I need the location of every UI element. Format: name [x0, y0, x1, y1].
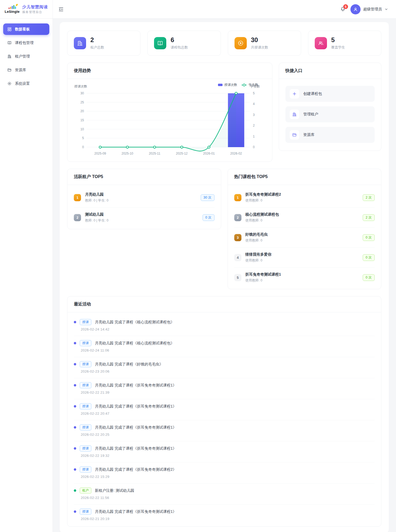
legend-label: 学生数 [249, 83, 258, 87]
activity-text: 月亮幼儿园 完成了课程《折耳兔奇奇测试课程1》 [95, 404, 176, 409]
sidebar-collapse-icon[interactable] [58, 6, 64, 12]
active-tenants-card: 活跃租户 TOP5 1 月亮幼儿园 教师: 0 | 学生: 0 30 次 2 测… [67, 169, 221, 229]
tenant-row: 1 月亮幼儿园 教师: 0 | 学生: 0 30 次 [74, 188, 215, 208]
activity-text: 月亮幼儿园 完成了课程《折耳兔奇奇测试课程1》 [95, 383, 176, 388]
stat-value: 2 [90, 37, 104, 43]
dashboard-icon [7, 27, 12, 31]
count-badge: 2 次 [363, 194, 375, 201]
stat-value: 30 [251, 37, 268, 43]
svg-text:2025-11: 2025-11 [149, 152, 160, 155]
brand[interactable]: LeSingle 少儿智慧阅读 服务管理后台 [0, 0, 53, 18]
activity-row: 授课 月亮幼儿园 完成了课程《折耳兔奇奇测试课程2》 2026-02-22 15… [74, 462, 375, 483]
activity-text: 月亮幼儿园 完成了课程《核心流程测试课程包》 [95, 320, 174, 325]
activity-row: 授课 月亮幼儿园 完成了课程《核心流程测试课程包》 2026-02-24 14:… [74, 315, 375, 336]
notification-badge: 5 [343, 4, 348, 9]
activity-dot [74, 426, 76, 429]
section-title: 热门课程包 TOP5 [228, 169, 381, 185]
activity-dot [74, 447, 76, 450]
count-badge: 0 次 [363, 234, 375, 241]
activity-text: 月亮幼儿园 完成了课程《折耳兔奇奇测试课程1》 [95, 446, 176, 451]
tenant-name: 月亮幼儿园 [85, 192, 108, 197]
course-row: 4 猜猜我有多爱你 使用教师: 0 0 次 [234, 248, 375, 268]
rank-badge: 5 [234, 274, 241, 281]
activity-row: 授课 月亮幼儿园 完成了课程《折耳兔奇奇测试课程1》 2026-02-22 21… [74, 378, 375, 399]
app-root: LeSingle 少儿智慧阅读 服务管理后台 5 [0, 0, 396, 532]
plus-icon [290, 89, 299, 99]
svg-text:0: 0 [253, 145, 255, 149]
gear-icon [7, 81, 12, 86]
activity-tag: 授课 [80, 403, 91, 409]
course-sub: 使用教师: 0 [245, 198, 281, 203]
sidebar-item-label: 课程包管理 [15, 41, 34, 45]
course-row: 2 核心流程测试课程包 使用教师: 0 2 次 [234, 208, 375, 228]
quick-entry-create-course[interactable]: 创建课程包 [285, 86, 375, 102]
svg-text:2026-01: 2026-01 [203, 152, 215, 155]
activity-dot [74, 468, 76, 471]
svg-text:5: 5 [253, 91, 255, 95]
hot-courses-card: 热门课程包 TOP5 1 折耳兔奇奇测试课程2 使用教师: 0 2 次 2 核心… [228, 169, 382, 289]
svg-text:0: 0 [82, 145, 84, 149]
usage-trend-card: 使用趋势 授课次数 学生数 0510152025300123452025-092… [67, 63, 272, 162]
course-row: 5 折耳兔奇奇测试课程1 使用教师: 0 0 次 [234, 268, 375, 287]
stat-card-students: 5 覆盖学生 [308, 31, 381, 56]
svg-text:2026-02: 2026-02 [230, 152, 242, 155]
course-name: 好饿的毛毛虫 [245, 232, 268, 237]
course-sub: 使用教师: 0 [245, 258, 272, 263]
svg-text:4: 4 [253, 102, 255, 106]
stat-value: 6 [171, 37, 188, 43]
course-row: 1 折耳兔奇奇测试课程2 使用教师: 0 2 次 [234, 188, 375, 208]
svg-text:3: 3 [253, 113, 255, 117]
activity-row: 授课 月亮幼儿园 完成了课程《折耳兔奇奇测试课程1》 2026-02-22 20… [74, 420, 375, 441]
course-sub: 使用教师: 0 [245, 218, 279, 223]
svg-text:2025-12: 2025-12 [176, 152, 188, 155]
sidebar-item-tenants[interactable]: 租户管理 [3, 51, 49, 62]
students-icon [315, 37, 327, 49]
svg-text:30: 30 [80, 91, 84, 95]
sidebar-item-label: 资源库 [15, 68, 26, 72]
avatar [350, 4, 361, 14]
activity-row: 授课 月亮幼儿园 完成了课程《折耳兔奇奇测试课程1》 2026-02-22 19… [74, 441, 375, 462]
section-title: 最近活动 [67, 296, 381, 312]
app-title: 少儿智慧阅读 [22, 5, 48, 10]
sidebar-item-dashboard[interactable]: 数据看板 [3, 23, 49, 35]
sidebar-item-settings[interactable]: 系统设置 [3, 78, 49, 89]
notification-bell-icon[interactable]: 5 [340, 6, 346, 12]
activity-text: 月亮幼儿园 完成了课程《好饿的毛毛虫》 [95, 362, 163, 367]
activity-tag: 授课 [80, 340, 91, 346]
activity-tag: 授课 [80, 361, 91, 367]
activity-time: 2026-02-24 11:06 [81, 348, 375, 352]
folder-icon [7, 68, 12, 72]
quick-entry-label: 创建课程包 [303, 91, 322, 96]
brand-name: LeSingle [5, 10, 20, 14]
lesingle-logo-icon: LeSingle [5, 5, 20, 14]
user-menu[interactable]: 超级管理员 [350, 4, 388, 14]
activity-time: 2026-02-22 15:29 [81, 475, 375, 479]
svg-text:1: 1 [253, 135, 255, 138]
rank-badge: 2 [234, 214, 241, 221]
play-icon [235, 37, 247, 49]
course-name: 折耳兔奇奇测试课程2 [245, 192, 281, 197]
stat-card-tenants: 2 租户总数 [67, 31, 140, 56]
book-icon [154, 37, 166, 49]
activity-text: 月亮幼儿园 完成了课程《折耳兔奇奇测试课程1》 [95, 509, 176, 514]
activity-time: 2026-02-23 20:06 [81, 369, 375, 373]
activity-time: 2026-02-24 14:42 [81, 327, 375, 331]
rank-badge: 3 [234, 234, 241, 241]
line-legend-swatch [241, 85, 247, 86]
quick-entry-resources[interactable]: 资源库 [285, 127, 375, 143]
rank-badge: 1 [74, 194, 81, 201]
activity-time: 2026-02-22 19:32 [81, 454, 375, 458]
tenant-row: 2 测试幼儿园 教师: 0 | 学生: 0 0 次 [74, 208, 215, 227]
sidebar-item-resources[interactable]: 资源库 [3, 64, 49, 76]
stat-label: 覆盖学生 [331, 45, 345, 50]
quick-entry-manage-tenants[interactable]: 管理租户 [285, 106, 375, 122]
book-icon [7, 41, 12, 45]
sidebar-item-course-packages[interactable]: 课程包管理 [3, 37, 49, 49]
activity-dot [74, 510, 76, 513]
activity-dot [74, 363, 76, 365]
activity-time: 2026-02-22 20:25 [81, 433, 375, 437]
dashboard-panel: 2 租户总数 6 课程包总数 [60, 22, 389, 532]
activity-tag: 授课 [80, 424, 91, 430]
section-title: 使用趋势 [67, 63, 272, 79]
svg-text:2025-09: 2025-09 [94, 152, 106, 155]
